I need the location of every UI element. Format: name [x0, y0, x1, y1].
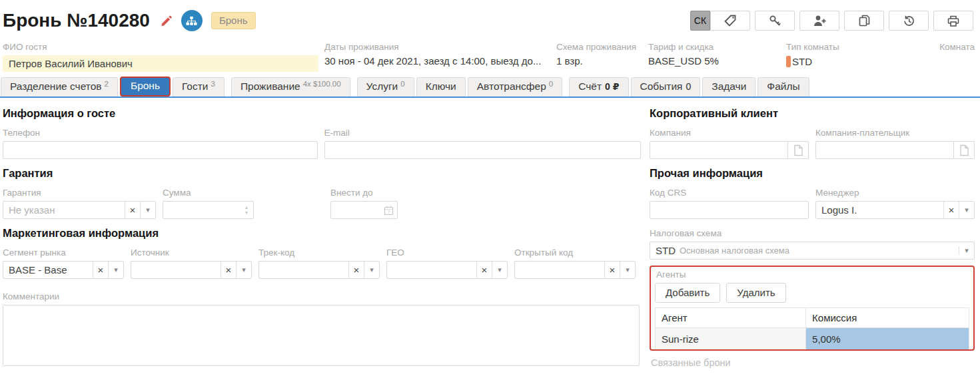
guest-name-label: ФИО гостя: [3, 42, 318, 52]
tab-booking[interactable]: Бронь: [120, 77, 171, 96]
ck-button[interactable]: СК: [690, 11, 710, 31]
amount-spinner[interactable]: ▲▼: [240, 202, 253, 218]
right-column: Корпоративный клиент Компания Компания: [650, 100, 975, 368]
add-agent-button[interactable]: Добавить: [655, 283, 720, 303]
booking-page: Бронь №140280 Бронь СК: [0, 0, 980, 378]
guarantee-clear-button[interactable]: ×: [125, 202, 140, 218]
page-title: Бронь №140280: [3, 10, 150, 31]
payer-company-label: Компания-плательщик: [815, 128, 975, 138]
email-label: E-mail: [324, 128, 642, 138]
company-select-button[interactable]: [788, 141, 809, 159]
occupancy-field: Схема проживания 1 взр.: [556, 42, 648, 72]
geo-input[interactable]: [387, 262, 476, 278]
other-info-section-title: Прочая информация: [650, 167, 975, 180]
open-code-field: Открытый код × ▾: [514, 248, 636, 279]
due-date-field: Внести до 7: [330, 188, 398, 219]
source-input[interactable]: [131, 262, 221, 278]
open-code-clear-button[interactable]: ×: [604, 262, 620, 278]
tab-stay[interactable]: Проживание4x $100.00: [231, 77, 350, 96]
spinner-down-icon: ▼: [245, 210, 249, 216]
status-badge: Бронь: [211, 12, 256, 29]
tab-guests-label: Гости: [182, 81, 208, 92]
tab-bill-split-label: Разделение счетов: [10, 81, 102, 92]
agent-name-cell[interactable]: Sun-rize: [656, 328, 806, 351]
print-button[interactable]: [933, 11, 973, 31]
phone-input[interactable]: [3, 141, 318, 159]
market-segment-field: Сегмент рынка × ▾: [3, 248, 124, 279]
amount-label: Сумма: [163, 188, 254, 198]
amount-input[interactable]: [163, 202, 240, 218]
clear-icon: ×: [482, 264, 488, 276]
group-booking-button[interactable]: [181, 10, 203, 31]
document-icon: [959, 144, 969, 156]
tab-invoice[interactable]: Счёт0 ₽: [569, 77, 628, 96]
guest-name-input[interactable]: [3, 55, 318, 72]
manager-clear-button[interactable]: ×: [943, 202, 959, 218]
agent-commission-cell[interactable]: 5,00%: [806, 328, 969, 351]
tab-stay-badge: 4x $100.00: [303, 80, 341, 88]
guarantee-section-title: Гарантия: [3, 167, 641, 180]
marketing-section-title: Маркетинговая информация: [3, 227, 641, 240]
market-segment-input[interactable]: [3, 262, 93, 278]
chevron-down-icon: ▾: [498, 266, 502, 274]
email-input[interactable]: [324, 141, 642, 159]
track-code-clear-button[interactable]: ×: [348, 262, 364, 278]
room-field: Комната: [929, 42, 975, 72]
tab-transfer[interactable]: Автотрансфер0: [468, 77, 563, 96]
open-code-input[interactable]: [515, 262, 604, 278]
tab-keys[interactable]: Ключи: [416, 77, 466, 96]
tab-booking-label: Бронь: [131, 80, 160, 91]
manager-dropdown-button[interactable]: ▾: [959, 202, 974, 218]
tab-events-badge: 0: [686, 81, 692, 92]
history-button[interactable]: [889, 11, 929, 31]
market-segment-dropdown-button[interactable]: ▾: [108, 262, 123, 278]
keys-button[interactable]: [755, 11, 795, 31]
svg-text:7: 7: [387, 210, 390, 214]
copy-button[interactable]: [844, 11, 884, 31]
tax-scheme-select[interactable]: STD Основная налоговая схема ▾: [650, 242, 975, 260]
source-dropdown-button[interactable]: ▾: [236, 262, 251, 278]
guarantee-field: Гарантия × ▾: [3, 188, 156, 219]
copy-icon: [858, 14, 871, 27]
tax-scheme-dropdown-button[interactable]: ▾: [959, 246, 974, 255]
corporate-section-title: Корпоративный клиент: [650, 107, 975, 120]
payer-company-input[interactable]: [815, 141, 954, 159]
room-type-value: STD: [786, 55, 929, 67]
source-clear-button[interactable]: ×: [221, 262, 236, 278]
tab-files[interactable]: Файлы: [757, 77, 809, 96]
market-segment-clear-button[interactable]: ×: [93, 262, 108, 278]
guarantee-dropdown-button[interactable]: ▾: [140, 202, 155, 218]
clear-icon: ×: [226, 264, 232, 276]
geo-clear-button[interactable]: ×: [476, 262, 492, 278]
clear-icon: ×: [949, 204, 955, 216]
tags-button[interactable]: [710, 11, 750, 31]
comments-textarea[interactable]: [3, 305, 640, 366]
open-code-label: Открытый код: [514, 248, 636, 258]
due-date-picker-button[interactable]: 7: [380, 202, 397, 218]
tab-transfer-badge: 0: [549, 80, 553, 88]
geo-dropdown-button[interactable]: ▾: [492, 262, 507, 278]
tab-bill-split[interactable]: Разделение счетов2: [1, 77, 118, 96]
track-code-input[interactable]: [259, 262, 348, 278]
manager-input[interactable]: [816, 202, 943, 218]
tab-invoice-label: Счёт: [578, 81, 602, 92]
track-code-dropdown-button[interactable]: ▾: [364, 262, 379, 278]
geo-field: ГЕО × ▾: [386, 248, 508, 279]
tariff-field: Тариф и скидка BASE_USD 5%: [648, 42, 786, 72]
company-input[interactable]: [650, 141, 788, 159]
tab-tasks[interactable]: Задачи: [702, 77, 755, 96]
tab-events[interactable]: События0: [631, 77, 701, 96]
payer-company-select-button[interactable]: [954, 141, 975, 159]
crs-code-input[interactable]: [650, 201, 809, 219]
tab-services[interactable]: Услуги0: [357, 77, 414, 96]
delete-agent-button[interactable]: Удалить: [726, 283, 785, 303]
ck-tag-button-group: СК: [690, 11, 750, 31]
due-date-input[interactable]: [331, 202, 380, 218]
tab-services-badge: 0: [400, 80, 404, 88]
open-code-dropdown-button[interactable]: ▾: [620, 262, 635, 278]
guarantee-input[interactable]: [3, 202, 125, 218]
tab-guests[interactable]: Гости3: [173, 77, 225, 96]
add-guest-button[interactable]: [799, 11, 839, 31]
header-toolbar: СК: [690, 11, 973, 31]
edit-title-button[interactable]: [160, 15, 173, 27]
